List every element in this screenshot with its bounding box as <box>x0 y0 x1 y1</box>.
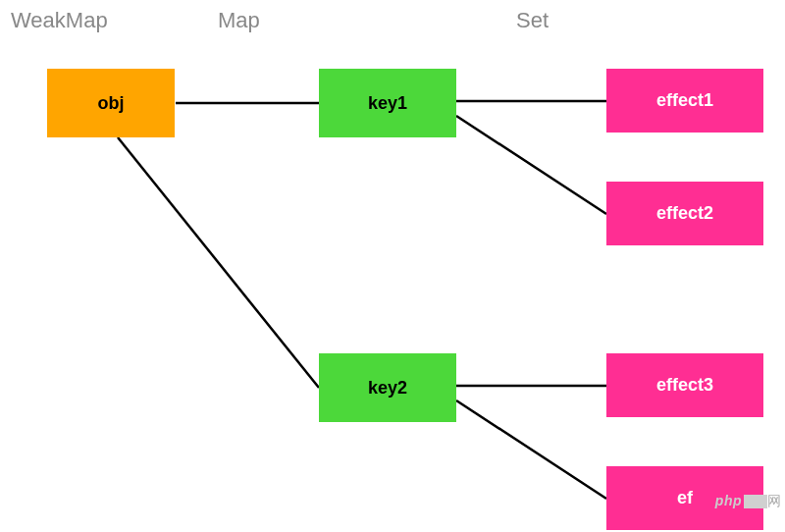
node-effect3: effect3 <box>606 353 763 417</box>
svg-line-1 <box>118 137 319 388</box>
node-obj: obj <box>47 69 175 137</box>
header-map: Map <box>218 8 260 33</box>
watermark: php网 <box>715 493 781 510</box>
header-weakmap: WeakMap <box>11 8 108 33</box>
svg-line-3 <box>456 116 606 214</box>
watermark-box-icon <box>744 495 767 508</box>
svg-line-5 <box>456 400 606 499</box>
watermark-brand: php <box>715 493 742 508</box>
watermark-suffix: 网 <box>767 493 781 508</box>
node-effect1: effect1 <box>606 69 763 133</box>
node-key2: key2 <box>319 353 456 422</box>
node-key1: key1 <box>319 69 456 137</box>
header-set: Set <box>516 8 549 33</box>
node-effect2: effect2 <box>606 182 763 245</box>
